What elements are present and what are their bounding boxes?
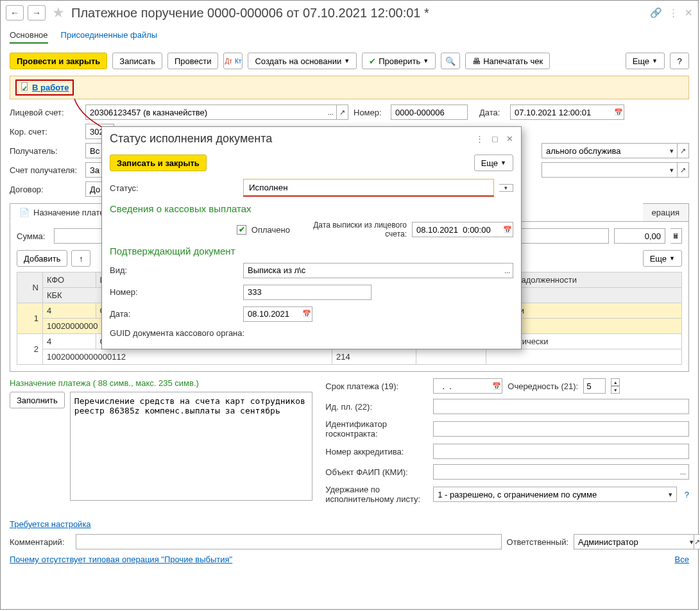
table-row[interactable]: 10020000000000112 214 (17, 349, 682, 365)
check-button[interactable]: ✔ Проверить ▼ (362, 53, 436, 69)
kind-label: Вид: (110, 265, 238, 275)
comment-input[interactable] (76, 534, 502, 549)
tab-attached-files[interactable]: Присоединенные файлы (61, 28, 158, 44)
post-button[interactable]: Провести (167, 53, 219, 69)
date-input[interactable] (510, 105, 613, 120)
account-input[interactable] (85, 105, 325, 120)
id-pl-label: Ид. пл. (22): (325, 402, 428, 412)
fill-button[interactable]: Заполнить (10, 392, 65, 408)
akkr-label: Номер аккредитива: (325, 447, 428, 456)
status-popup: Статус исполнения документа ⋮ ◻ ✕ Записа… (101, 126, 522, 349)
purpose-textarea[interactable]: Перечисление средств на счета карт сотру… (70, 392, 312, 501)
tab-main[interactable]: Основное (10, 28, 48, 44)
close-icon[interactable]: ✕ (685, 7, 693, 19)
report-icon[interactable]: 🔍 (441, 53, 460, 69)
comment-label: Комментарий: (10, 537, 71, 547)
guid-label: GUID документа кассового органа: (110, 328, 244, 338)
favorite-icon[interactable]: ★ (52, 4, 65, 21)
popup-maximize-icon[interactable]: ◻ (491, 134, 499, 144)
pick-icon[interactable]: ... (325, 105, 337, 120)
popup-date-input[interactable] (243, 306, 301, 322)
popup-menu-icon[interactable]: ⋮ (475, 134, 484, 144)
number-input[interactable] (391, 105, 468, 120)
status-link[interactable]: В работе (32, 83, 69, 92)
nav-tabs: Основное Присоединенные файлы (1, 25, 698, 50)
print-receipt-button[interactable]: 🖶 Напечатать чек (465, 53, 550, 69)
dropdown-icon[interactable]: ▾ (666, 143, 678, 158)
help-icon[interactable]: ? (685, 490, 689, 499)
save-button[interactable]: Записать (112, 53, 162, 69)
back-button[interactable]: ← (6, 5, 24, 21)
dt-kt-icon[interactable]: ДтКт (223, 53, 243, 69)
link-icon[interactable]: 🔗 (650, 7, 662, 19)
popup-more-button[interactable]: Еще ▼ (474, 155, 513, 171)
recipient-label: Получатель: (10, 146, 80, 156)
faip-label: Объект ФАИП (КМИ): (325, 467, 428, 477)
due-date-label: Срок платежа (19): (325, 381, 428, 391)
spin-down[interactable]: ▼ (611, 386, 620, 394)
id-pl-input[interactable] (433, 399, 689, 414)
open-icon[interactable]: ↗ (678, 162, 689, 178)
dropdown-icon[interactable]: ▾ (666, 162, 678, 178)
recipient-account-tail[interactable] (542, 162, 666, 178)
date-label: Дата: (479, 108, 505, 117)
dropdown-icon[interactable]: ▾ (499, 184, 513, 192)
kind-input[interactable] (243, 263, 502, 278)
table-more-button[interactable]: Еще ▼ (643, 250, 682, 267)
calendar-icon[interactable]: 📅 (301, 306, 312, 322)
col-kfo[interactable]: КФО (43, 272, 96, 288)
account-label: Лицевой счет: (10, 108, 80, 117)
move-up-button[interactable]: ↑ (71, 250, 90, 267)
recipient-tail-input[interactable] (542, 143, 666, 158)
popup-num-label: Номер: (110, 287, 238, 297)
responsible-label: Ответственный: (507, 537, 568, 547)
withhold-label: Удержание по исполнительному листу: (325, 485, 428, 504)
gos-id-input[interactable] (433, 421, 689, 437)
sum-display[interactable] (614, 228, 665, 244)
contract-label: Договор: (10, 185, 80, 194)
calendar-icon[interactable]: 📅 (613, 105, 624, 120)
popup-save-close-button[interactable]: Записать и закрыть (110, 155, 207, 171)
create-based-on-button[interactable]: Создать на основании ▼ (248, 53, 357, 69)
page-title: Платежное поручение 0000-000006 от 07.10… (71, 6, 429, 21)
calculator-icon[interactable]: 🖩 (670, 228, 682, 244)
confirm-section-header: Подтверждающий документ (110, 246, 513, 256)
post-and-close-button[interactable]: Провести и закрыть (10, 53, 107, 69)
priority-input[interactable] (583, 378, 606, 394)
popup-close-icon[interactable]: ✕ (506, 134, 513, 144)
add-button[interactable]: Добавить (17, 250, 67, 267)
spin-up[interactable]: ▲ (611, 378, 620, 386)
col-n[interactable]: N (17, 272, 43, 303)
open-icon[interactable]: ↗ (678, 143, 689, 158)
due-date-input[interactable] (433, 378, 491, 394)
popup-num-input[interactable] (243, 285, 371, 300)
all-link[interactable]: Все (675, 555, 689, 564)
status-bar: В работе (10, 76, 689, 99)
priority-label: Очередность (21): (508, 381, 578, 391)
dropdown-icon[interactable]: ▾ (690, 534, 694, 549)
akkr-input[interactable] (433, 444, 689, 459)
forward-button[interactable]: → (28, 5, 46, 21)
calendar-icon[interactable]: 📅 (502, 222, 513, 237)
tab-operation[interactable]: ерация (643, 203, 689, 222)
calendar-icon[interactable]: 📅 (491, 378, 502, 394)
popup-status-label: Статус: (110, 183, 238, 193)
pick-icon[interactable]: ... (678, 464, 689, 480)
menu-dots-icon[interactable]: ⋮ (669, 7, 678, 19)
missing-operation-link[interactable]: Почему отсутствует типовая операция "Про… (10, 555, 232, 564)
open-icon[interactable]: ↗ (694, 534, 700, 549)
responsible-input[interactable] (574, 534, 690, 549)
dropdown-icon[interactable]: ▾ (665, 487, 677, 502)
help-button[interactable]: ? (670, 53, 689, 69)
doc-icon: 📄 (19, 208, 30, 217)
settings-required-link[interactable]: Требуется настройка (10, 519, 91, 529)
pick-icon[interactable]: ... (502, 263, 513, 278)
more-button[interactable]: Еще ▼ (626, 53, 665, 69)
withhold-input[interactable] (433, 487, 665, 502)
statement-date-input[interactable] (412, 222, 502, 237)
open-icon[interactable]: ↗ (337, 105, 348, 120)
paid-checkbox[interactable]: ✔ (237, 225, 246, 235)
cash-section-header: Сведения о кассовых выплатах (110, 203, 513, 214)
popup-status-input[interactable] (243, 179, 494, 196)
faip-input[interactable] (433, 464, 678, 480)
